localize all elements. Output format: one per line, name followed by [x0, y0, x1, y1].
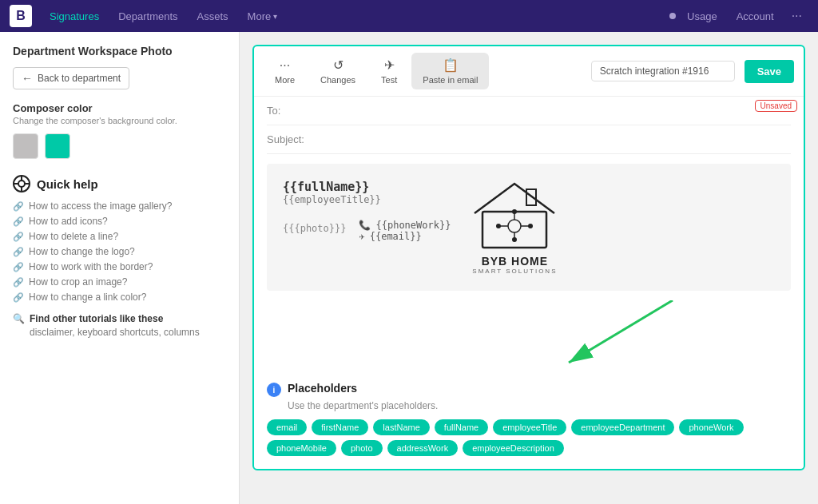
nav-right: Usage Account ··· [669, 6, 808, 26]
main-layout: Department Workspace Photo ← Back to dep… [0, 32, 818, 504]
placeholders-section: i Placeholders Use the department's plac… [254, 372, 804, 469]
link-icon: 🔗 [13, 232, 24, 242]
nav-more[interactable]: More ▾ [240, 7, 286, 26]
toolbar-paste-button[interactable]: 📋 Paste in email [411, 53, 489, 89]
nav-departments[interactable]: Departments [110, 7, 185, 26]
composer-color-desc: Change the composer's background color. [13, 116, 226, 125]
nav-assets[interactable]: Assets [189, 7, 236, 26]
sig-email: ✈ {{email}} [359, 231, 451, 242]
toolbar-test-button[interactable]: ✈ Test [370, 53, 408, 89]
link-icon: 🔗 [13, 262, 24, 272]
placeholder-tag-lastName[interactable]: lastName [373, 419, 429, 435]
back-to-department-button[interactable]: ← Back to department [13, 67, 129, 89]
email-subject-field: Subject: [267, 125, 791, 154]
toolbar-more-button[interactable]: ··· More [264, 54, 306, 89]
placeholder-tags: emailfirstNamelastNamefullNameemployeeTi… [267, 419, 791, 456]
composer-color-label: Composer color [13, 102, 226, 114]
paste-icon: 📋 [443, 58, 459, 73]
top-navigation: B Signatures Departments Assets More ▾ U… [0, 0, 818, 32]
sig-logo-area: BYB HOME SMART SOLUTIONS [467, 180, 562, 275]
link-icon: 🔗 [13, 277, 24, 288]
byb-logo-icon [467, 180, 562, 252]
sig-left: {{fullName}} {{employeeTitle}} {{{photo}… [283, 180, 451, 242]
sig-phone: 📞 {{phoneWork}} [359, 220, 451, 231]
toolbar-changes-button[interactable]: ↺ Changes [309, 53, 367, 89]
placeholder-tag-employeeDepartment[interactable]: employeeDepartment [571, 419, 674, 435]
placeholder-tag-employeeTitle[interactable]: employeeTitle [493, 419, 566, 435]
to-label: To: [267, 105, 315, 117]
nav-ellipsis-icon[interactable]: ··· [785, 6, 808, 26]
quick-help-icon [13, 175, 30, 192]
email-to-field: To: [267, 97, 791, 125]
help-links-list: 🔗 How to access the image gallery? 🔗 How… [13, 200, 226, 303]
integration-name-input[interactable] [591, 61, 735, 81]
sig-fullname: {{fullName}} [283, 180, 451, 194]
placeholder-tag-phoneMobile[interactable]: phoneMobile [267, 440, 336, 456]
sig-logo-name: BYB HOME [482, 255, 548, 268]
svg-point-16 [512, 237, 517, 242]
nav-more-arrow-icon: ▾ [273, 12, 277, 21]
phone-icon: 📞 [359, 220, 371, 231]
toolbar-save-area: Save [591, 60, 794, 83]
help-link-border[interactable]: 🔗 How to work with the border? [13, 261, 226, 272]
editor-toolbar: ··· More ↺ Changes ✈ Test 📋 Paste in ema… [254, 46, 804, 97]
placeholder-tag-fullName[interactable]: fullName [435, 419, 488, 435]
status-dot-icon [669, 13, 676, 19]
help-link-gallery[interactable]: 🔗 How to access the image gallery? [13, 200, 226, 212]
placeholder-tag-email[interactable]: email [267, 419, 307, 435]
svg-point-15 [512, 209, 517, 214]
svg-line-18 [569, 300, 673, 363]
link-icon: 🔗 [13, 292, 24, 303]
sig-photo: {{{photo}}} [283, 223, 346, 234]
changes-icon: ↺ [333, 58, 343, 73]
sidebar: Department Workspace Photo ← Back to dep… [0, 32, 240, 504]
color-swatches [13, 133, 226, 159]
info-icon: i [267, 383, 281, 397]
save-button[interactable]: Save [745, 60, 794, 83]
help-link-icons[interactable]: 🔗 How to add icons? [13, 216, 226, 227]
nav-signatures[interactable]: Signatures [42, 7, 107, 26]
placeholder-tag-photo[interactable]: photo [341, 440, 383, 456]
help-link-logo[interactable]: 🔗 How to change the logo? [13, 246, 226, 257]
svg-point-14 [528, 224, 533, 228]
quick-help-header: Quick help [13, 175, 226, 192]
sig-logo-subtitle: SMART SOLUTIONS [472, 268, 557, 275]
color-swatch-grey[interactable] [13, 133, 38, 159]
color-swatch-teal[interactable] [45, 133, 70, 159]
svg-point-13 [496, 224, 501, 228]
link-icon: 🔗 [13, 216, 24, 227]
nav-account[interactable]: Account [729, 7, 782, 26]
quick-help-title: Quick help [37, 177, 98, 191]
placeholders-header: i Placeholders [267, 382, 791, 397]
editor-panel: ··· More ↺ Changes ✈ Test 📋 Paste in ema… [252, 45, 805, 470]
svg-point-8 [508, 220, 521, 232]
email-fields: To: Subject: [254, 97, 804, 154]
email-icon: ✈ [359, 231, 364, 242]
help-link-link-color[interactable]: 🔗 How to change a link color? [13, 292, 226, 303]
placeholder-tag-employeeDescription[interactable]: employeeDescription [463, 440, 564, 456]
find-tutorials-links[interactable]: disclaimer, keyboard shortcuts, columns [30, 327, 200, 338]
find-tutorials-label[interactable]: Find other tutorials like these [30, 313, 163, 324]
find-tutorials: 🔍 Find other tutorials like these discla… [13, 312, 226, 339]
logo: B [10, 5, 32, 27]
search-icon: 🔍 [13, 313, 25, 324]
placeholders-title: Placeholders [288, 382, 357, 395]
back-arrow-icon: ← [22, 72, 33, 85]
signature-preview: {{fullName}} {{employeeTitle}} {{{photo}… [267, 164, 791, 291]
svg-point-1 [18, 181, 25, 187]
unsaved-badge: Unsaved [755, 100, 797, 112]
placeholder-tag-addressWork[interactable]: addressWork [387, 440, 459, 456]
help-link-crop[interactable]: 🔗 How to crop an image? [13, 276, 226, 288]
link-icon: 🔗 [13, 201, 24, 212]
help-link-delete-line[interactable]: 🔗 How to delete a line? [13, 231, 226, 242]
link-icon: 🔗 [13, 247, 24, 257]
sig-employee-title: {{employeeTitle}} [283, 194, 451, 205]
subject-label: Subject: [267, 133, 315, 145]
more-dots-icon: ··· [280, 58, 290, 73]
sidebar-title: Department Workspace Photo [13, 45, 226, 58]
nav-usage[interactable]: Usage [679, 7, 725, 26]
placeholder-tag-phoneWork[interactable]: phoneWork [679, 419, 743, 435]
test-icon: ✈ [384, 58, 395, 73]
placeholders-desc: Use the department's placeholders. [288, 400, 791, 411]
placeholder-tag-firstName[interactable]: firstName [312, 419, 368, 435]
